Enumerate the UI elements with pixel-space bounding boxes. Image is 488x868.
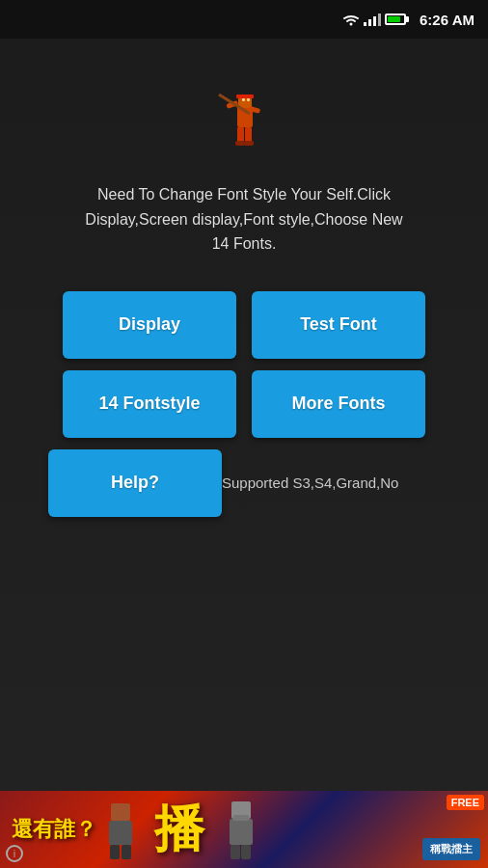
test-font-button[interactable]: Test Font	[252, 291, 425, 359]
svg-rect-8	[236, 95, 254, 98]
battery-icon	[385, 14, 406, 25]
svg-rect-3	[237, 127, 244, 143]
more-fonts-button[interactable]: More Fonts	[252, 370, 425, 438]
wifi-icon	[342, 13, 360, 26]
svg-rect-11	[235, 141, 245, 146]
ad-action-button[interactable]: 稱戰擂主	[422, 838, 480, 860]
button-row-2: 14 Fontstyle More Fonts	[48, 370, 440, 438]
ad-text-left: 還有誰？	[0, 818, 96, 841]
character-sprite	[213, 77, 276, 159]
ad-content: 還有誰？ 播 FREE 稱戰擂主 i	[0, 791, 488, 868]
buttons-grid: Display Test Font 14 Fontstyle More Font…	[0, 291, 488, 517]
svg-point-0	[350, 23, 353, 26]
main-content: Need To Change Font Style Your Self.Clic…	[0, 39, 488, 791]
status-time: 6:26 AM	[420, 12, 474, 28]
fontstyle-button[interactable]: 14 Fontstyle	[63, 370, 236, 438]
ad-banner[interactable]: 還有誰？ 播 FREE 稱戰擂主 i	[0, 791, 488, 868]
supported-text: Supported S3,S4,Grand,No	[222, 449, 415, 517]
svg-rect-14	[109, 821, 132, 845]
button-row-1: Display Test Font	[48, 291, 440, 359]
svg-rect-13	[111, 803, 130, 821]
description-text: Need To Change Font Style Your Self.Clic…	[61, 182, 427, 257]
svg-rect-9	[242, 98, 245, 101]
svg-rect-21	[233, 815, 249, 821]
svg-rect-4	[245, 127, 252, 143]
info-icon: i	[6, 845, 23, 862]
svg-rect-15	[110, 845, 120, 859]
ad-free-badge: FREE	[447, 795, 484, 810]
help-button[interactable]: Help?	[48, 449, 222, 517]
ad-character2	[214, 794, 267, 866]
svg-rect-16	[122, 845, 131, 859]
ad-character-figure	[96, 794, 145, 866]
status-icons	[342, 13, 406, 26]
svg-rect-12	[244, 141, 254, 146]
svg-rect-18	[230, 819, 253, 845]
svg-rect-10	[247, 98, 250, 101]
svg-rect-19	[230, 845, 240, 859]
character-area	[213, 77, 276, 163]
display-button[interactable]: Display	[63, 291, 236, 359]
ad-text-big: 播	[154, 796, 204, 863]
status-bar: 6:26 AM	[0, 0, 488, 39]
button-row-3: Help? Supported S3,S4,Grand,No	[48, 449, 440, 517]
svg-rect-20	[241, 845, 251, 859]
signal-icon	[364, 13, 381, 26]
